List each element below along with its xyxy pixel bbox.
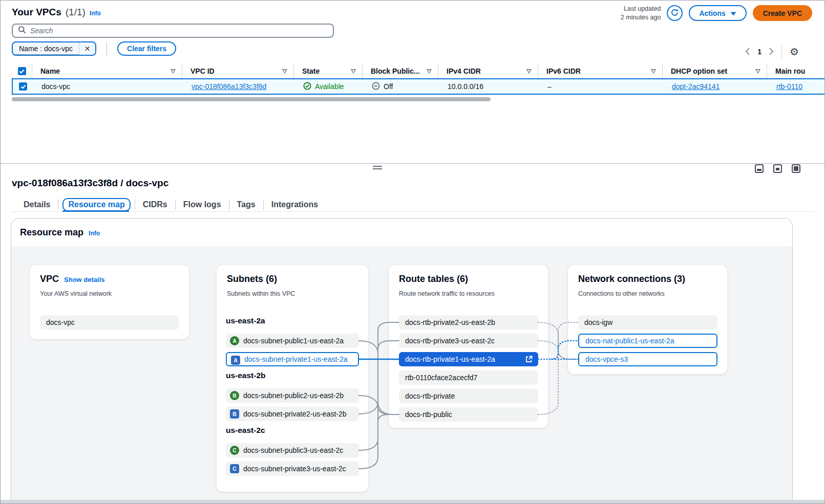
connection-item-highlighted[interactable]: docs-nat-public1-us-east-2a — [578, 334, 717, 348]
panel-size-small-icon[interactable] — [755, 164, 764, 173]
divider — [781, 45, 782, 58]
subnets-card-subtitle: Subnets within this VPC — [227, 290, 295, 297]
subnet-item[interactable]: C docs-subnet-public3-us-east-2c — [226, 443, 359, 457]
refresh-button[interactable] — [667, 5, 683, 21]
tab-flow-logs[interactable]: Flow logs — [176, 200, 229, 209]
filter-icon[interactable] — [651, 69, 656, 74]
vpc-id-link[interactable]: vpc-018f086a13f3c3f8d — [192, 82, 266, 91]
remove-filter-icon[interactable]: × — [79, 42, 95, 55]
filter-icon[interactable] — [171, 69, 176, 74]
panel-size-controls — [755, 164, 800, 173]
filter-token-label: Name : docs-vpc — [13, 43, 79, 55]
filter-token[interactable]: Name : docs-vpc × — [12, 41, 96, 56]
filter-icon[interactable] — [755, 69, 760, 74]
subnet-item-selected[interactable]: A docs-subnet-private1-us-east-2a — [226, 352, 359, 366]
actions-button[interactable]: Actions — [689, 5, 746, 21]
page-number[interactable]: 1 — [757, 48, 761, 56]
route-tables-card: Route tables (6) Route network traffic t… — [389, 265, 548, 428]
vpc-card: VPC Show details Your AWS virtual networ… — [30, 265, 189, 339]
route-table-item[interactable]: docs-rtb-private3-us-east-2c — [399, 334, 538, 348]
cell-ipv4-cidr: 10.0.0.0/16 — [439, 82, 539, 91]
divider — [107, 42, 107, 56]
column-header-block-public[interactable]: Block Public... — [363, 64, 438, 78]
route-table-item-selected[interactable]: docs-rtb-private1-us-east-2a — [399, 352, 538, 366]
clear-filters-button[interactable]: Clear filters — [117, 41, 176, 56]
next-page-icon[interactable] — [769, 48, 774, 55]
column-header-main-route[interactable]: Main rou — [767, 64, 825, 78]
route-table-item[interactable]: docs-rtb-private — [399, 389, 538, 403]
external-link-icon[interactable] — [525, 355, 533, 365]
table-row[interactable]: docs-vpc vpc-018f086a13f3c3f8d Available… — [12, 78, 825, 95]
refresh-icon — [670, 8, 679, 18]
subnet-item[interactable]: B docs-subnet-public2-us-east-2b — [226, 388, 359, 403]
dhcp-link[interactable]: dopt-2ac94141 — [672, 82, 720, 91]
show-details-link[interactable]: Show details — [64, 276, 104, 283]
tab-resource-map[interactable]: Resource map — [58, 198, 134, 211]
connections-card-subtitle: Connections to other networks — [578, 290, 665, 297]
filter-icon[interactable] — [526, 69, 532, 74]
resource-map-header: Resource map Info — [20, 227, 100, 238]
cell-name: docs-vpc — [33, 82, 183, 91]
table-header: Name VPC ID State Block Public... IPv4 C… — [12, 64, 825, 78]
connection-item[interactable]: docs-igw — [578, 315, 717, 330]
route-table-item[interactable]: rtb-0110cface2acecfd7 — [399, 370, 538, 385]
column-header-vpc-id[interactable]: VPC ID — [182, 64, 294, 78]
row-select-cell — [13, 82, 33, 91]
resource-map-title: Resource map — [20, 227, 83, 238]
main-route-link[interactable]: rtb-0110 — [776, 82, 802, 91]
split-panel-divider — [1, 163, 825, 164]
public-subnet-badge: B — [230, 391, 239, 400]
search-input[interactable] — [30, 27, 328, 35]
route-table-item[interactable]: docs-rtb-public — [399, 407, 538, 422]
create-vpc-label: Create VPC — [763, 9, 802, 17]
private-subnet-badge: A — [231, 356, 240, 365]
active-tab-indicator — [62, 210, 129, 212]
info-link[interactable]: Info — [89, 230, 100, 237]
column-header-state[interactable]: State — [294, 64, 363, 78]
split-panel-drag-handle[interactable] — [373, 166, 382, 171]
filter-icon[interactable] — [282, 69, 287, 74]
previous-page-icon[interactable] — [745, 48, 750, 55]
create-vpc-button[interactable]: Create VPC — [753, 5, 812, 21]
tab-integrations[interactable]: Integrations — [264, 200, 326, 209]
page-title: Your VPCs — [12, 7, 61, 18]
panel-size-large-icon[interactable] — [792, 164, 800, 173]
tab-tags[interactable]: Tags — [229, 200, 263, 209]
column-header-ipv4-cidr[interactable]: IPv4 CIDR — [438, 64, 538, 78]
vpc-table: Name VPC ID State Block Public... IPv4 C… — [12, 64, 825, 95]
preferences-gear-icon[interactable]: ⚙ — [790, 47, 799, 57]
route-tables-card-title: Route tables (6) — [399, 274, 468, 284]
filter-icon[interactable] — [351, 69, 356, 74]
horizontal-scrollbar[interactable] — [12, 97, 491, 101]
network-connections-card: Network connections (3) Connections to o… — [568, 265, 727, 374]
az-label: us-east-2c — [226, 426, 265, 435]
subnet-item[interactable]: C docs-subnet-private3-us-east-2c — [226, 462, 359, 476]
vpc-item[interactable]: docs-vpc — [40, 315, 179, 330]
available-check-icon — [303, 82, 311, 92]
tab-cidrs[interactable]: CIDRs — [135, 200, 175, 209]
filter-icon[interactable] — [427, 69, 432, 74]
subnet-item[interactable]: A docs-subnet-public1-us-east-2a — [226, 334, 359, 348]
cell-vpc-id: vpc-018f086a13f3c3f8d — [183, 82, 295, 91]
cell-main-route: rtb-0110 — [768, 82, 825, 91]
select-all-checkbox[interactable] — [18, 67, 26, 75]
column-header-dhcp[interactable]: DHCP option set — [663, 64, 767, 78]
route-table-item[interactable]: docs-rtb-private2-us-east-2b — [399, 315, 538, 330]
tab-details[interactable]: Details — [16, 200, 58, 209]
search-box — [12, 24, 334, 38]
az-label: us-east-2a — [226, 316, 265, 325]
bottom-scrollbar-strip[interactable] — [1, 500, 825, 503]
subnet-item[interactable]: B docs-subnet-private2-us-east-2b — [226, 407, 359, 421]
subnets-card: Subnets (6) Subnets within this VPC us-e… — [217, 265, 368, 492]
row-checkbox[interactable] — [19, 82, 27, 91]
vpc-card-title: VPC — [40, 274, 59, 284]
panel-size-medium-icon[interactable] — [773, 164, 782, 173]
info-link[interactable]: Info — [90, 10, 101, 17]
detail-panel-title: vpc-018f086a13f3c3f8d / docs-vpc — [12, 178, 168, 189]
column-header-ipv6-cidr[interactable]: IPv6 CIDR — [538, 64, 663, 78]
column-header-name[interactable]: Name — [32, 64, 182, 78]
cell-dhcp: dopt-2ac94141 — [664, 82, 768, 91]
connection-item-highlighted[interactable]: docs-vpce-s3 — [578, 352, 717, 366]
subnets-card-title: Subnets (6) — [227, 274, 277, 284]
route-tables-card-subtitle: Route network traffic to resources — [399, 290, 495, 297]
